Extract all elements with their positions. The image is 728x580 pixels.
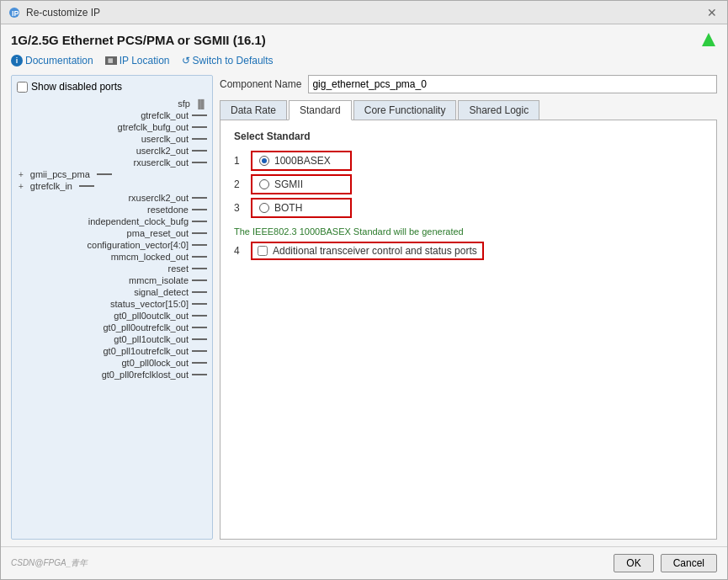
port-line <box>192 279 207 281</box>
radio-sgmii[interactable] <box>259 179 269 189</box>
list-item: userclk_out <box>17 133 207 145</box>
list-item: gt0_pll0lock_out <box>17 357 207 369</box>
port-line <box>192 232 207 234</box>
port-line <box>192 244 207 246</box>
option-label-1: 1000BASEX <box>274 155 331 167</box>
svg-marker-2 <box>702 33 715 46</box>
right-panel: Component Name Data Rate Standard Core F… <box>220 75 717 540</box>
list-item: pma_reset_out <box>17 227 207 239</box>
main-window: IP Re-customize IP ✕ 1G/2.5G Ethernet PC… <box>0 0 728 580</box>
title-bar: IP Re-customize IP ✕ <box>1 1 727 24</box>
port-line <box>192 268 207 269</box>
list-item: rxuserclk_out <box>17 157 207 168</box>
list-item: gt0_pll0refclklost_out <box>17 369 207 380</box>
list-item: rxuserclk2_out <box>17 192 207 204</box>
additional-transceiver-checkbox[interactable] <box>258 246 268 256</box>
port-line <box>192 315 207 317</box>
switch-to-defaults-label: Switch to Defaults <box>193 55 274 67</box>
tabs-bar: Data Rate Standard Core Functionality Sh… <box>220 100 717 120</box>
port-line <box>192 221 207 222</box>
option-number-3: 3 <box>234 202 244 214</box>
port-line <box>192 150 207 152</box>
port-line <box>192 350 207 352</box>
port-line <box>192 256 207 258</box>
port-line <box>192 291 207 293</box>
additional-option-row: 4 Additional transceiver control and sta… <box>234 242 703 260</box>
ok-button[interactable]: OK <box>614 554 653 572</box>
main-body: Show disabled ports sfp ▐▌ gtrefclk_out … <box>11 75 717 540</box>
tab-content: Select Standard 1 1000BASEX 2 <box>220 120 717 540</box>
additional-option-label: Additional transceiver control and statu… <box>273 245 477 257</box>
window-icon: IP <box>8 6 21 19</box>
additional-option-box[interactable]: Additional transceiver control and statu… <box>251 242 484 260</box>
documentation-link[interactable]: i Documentation <box>11 55 93 67</box>
option-label-3: BOTH <box>274 202 302 214</box>
page-title: 1G/2.5G Ethernet PCS/PMA or SGMII (16.1) <box>11 33 266 47</box>
list-item: signal_detect <box>17 286 207 298</box>
list-item: + gmii_pcs_pma <box>17 168 207 180</box>
list-item: status_vector[15:0] <box>17 298 207 310</box>
option-box-3[interactable]: BOTH <box>251 198 352 218</box>
tab-standard[interactable]: Standard <box>289 100 352 120</box>
switch-to-defaults-link[interactable]: ↺ Switch to Defaults <box>182 55 274 67</box>
cancel-button[interactable]: Cancel <box>661 554 717 572</box>
list-item: gt0_pll1outclk_out <box>17 333 207 345</box>
tab-core-functionality[interactable]: Core Functionality <box>353 100 457 120</box>
list-item: + gtrefclk_in <box>17 180 207 192</box>
info-text: The IEEE802.3 1000BASEX Standard will be… <box>234 226 703 237</box>
radio-1000basex[interactable] <box>259 156 269 166</box>
left-panel: Show disabled ports sfp ▐▌ gtrefclk_out … <box>11 75 213 540</box>
ip-location-label: IP Location <box>120 55 170 67</box>
close-button[interactable]: ✕ <box>704 6 720 19</box>
component-name-label: Component Name <box>220 78 301 90</box>
list-item: resetdone <box>17 204 207 216</box>
list-item: gt0_pll0outclk_out <box>17 310 207 322</box>
expand-icon[interactable]: + <box>17 170 25 179</box>
ip-location-link[interactable]: ▦ IP Location <box>105 55 170 67</box>
window-header: 1G/2.5G Ethernet PCS/PMA or SGMII (16.1) <box>11 31 717 48</box>
tab-data-rate[interactable]: Data Rate <box>220 100 287 120</box>
port-line <box>192 162 207 163</box>
port-line <box>79 185 94 187</box>
list-item: gt0_pll0outrefclk_out <box>17 322 207 333</box>
option-box-1[interactable]: 1000BASEX <box>251 151 352 171</box>
list-item: configuration_vector[4:0] <box>17 239 207 251</box>
option-row-3: 3 BOTH <box>234 198 703 218</box>
port-line <box>192 126 207 128</box>
list-item: independent_clock_bufg <box>17 216 207 227</box>
port-line <box>192 114 207 116</box>
watermark: CSDN@FPGA_青年 <box>11 557 88 569</box>
option-box-2[interactable]: SGMII <box>251 174 352 194</box>
expand-icon[interactable]: + <box>17 182 25 191</box>
port-line <box>192 303 207 305</box>
standard-options: 1 1000BASEX 2 SGMII <box>234 151 703 218</box>
port-list: sfp ▐▌ gtrefclk_out gtrefclk_bufg_out us… <box>12 96 212 382</box>
option-number-1: 1 <box>234 155 244 167</box>
option-label-2: SGMII <box>274 178 303 190</box>
tab-shared-logic[interactable]: Shared Logic <box>458 100 539 120</box>
port-line <box>192 197 207 199</box>
additional-option-number: 4 <box>234 245 244 257</box>
list-item: mmcm_locked_out <box>17 251 207 263</box>
port-line <box>192 374 207 375</box>
show-disabled-label: Show disabled ports <box>31 81 122 93</box>
toolbar: i Documentation ▦ IP Location ↺ Switch t… <box>11 55 717 67</box>
component-name-input[interactable] <box>308 75 717 93</box>
content-area: 1G/2.5G Ethernet PCS/PMA or SGMII (16.1)… <box>1 24 727 546</box>
refresh-icon: ↺ <box>182 55 190 67</box>
list-item: gt0_pll1outrefclk_out <box>17 345 207 357</box>
location-icon: ▦ <box>105 56 117 65</box>
show-disabled-checkbox[interactable] <box>17 82 28 93</box>
left-panel-header: Show disabled ports <box>12 79 212 94</box>
window-title: Re-customize IP <box>26 7 100 19</box>
info-icon: i <box>11 55 23 67</box>
documentation-label: Documentation <box>25 55 93 67</box>
radio-both[interactable] <box>259 203 269 213</box>
port-line <box>192 209 207 210</box>
component-name-row: Component Name <box>220 75 717 93</box>
list-item: sfp ▐▌ <box>17 98 207 109</box>
port-line <box>97 173 112 175</box>
svg-text:IP: IP <box>12 9 19 18</box>
option-row-2: 2 SGMII <box>234 174 703 194</box>
list-item: mmcm_isolate <box>17 274 207 286</box>
